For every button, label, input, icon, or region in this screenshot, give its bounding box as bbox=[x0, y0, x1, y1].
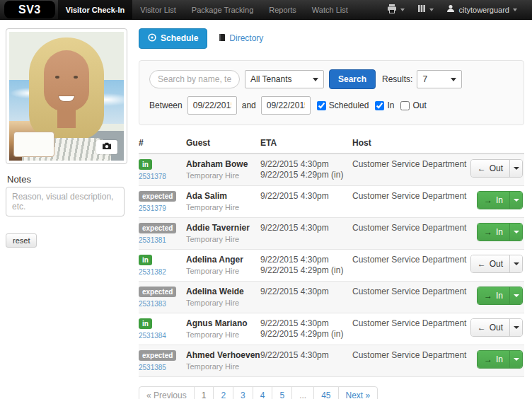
pagination-page-2[interactable]: 2 bbox=[213, 386, 233, 399]
and-label: and bbox=[242, 100, 256, 110]
visitor-id-link[interactable]: 2531384 bbox=[139, 332, 186, 340]
pagination-page-4[interactable]: 4 bbox=[253, 386, 273, 399]
action-dropdown-toggle[interactable] bbox=[509, 255, 522, 272]
left-arrow-icon: ← bbox=[478, 323, 486, 332]
main-content: Schedule Directory All Tenants Search Re… bbox=[139, 28, 524, 399]
nav-visitor-list[interactable]: Visitor List bbox=[132, 0, 184, 19]
photo-person-face bbox=[44, 50, 89, 111]
visitor-id-link[interactable]: 2531383 bbox=[139, 300, 186, 308]
filter-row-search: All Tenants Search Results: 7 bbox=[149, 69, 514, 89]
reset-button[interactable]: reset bbox=[6, 233, 37, 248]
username: citytowerguard bbox=[458, 6, 509, 14]
check-in-button[interactable]: →In bbox=[477, 191, 523, 209]
host-name: Customer Service Department bbox=[352, 191, 469, 201]
pagination-ellipsis: ... bbox=[291, 386, 314, 399]
search-button[interactable]: Search bbox=[329, 69, 376, 89]
out-checkbox[interactable]: Out bbox=[400, 100, 426, 110]
camera-button[interactable] bbox=[96, 140, 117, 154]
results-count-select[interactable]: 7 bbox=[417, 70, 462, 88]
status-badge: in bbox=[139, 318, 152, 329]
action-dropdown-toggle[interactable] bbox=[509, 319, 522, 336]
visitor-id-link[interactable]: 2531378 bbox=[139, 173, 186, 180]
visitor-table: # Guest ETA Host in 2531378 Abraham Bowe… bbox=[139, 135, 524, 377]
check-out-button[interactable]: ←Out bbox=[470, 159, 523, 178]
visitor-photo-card bbox=[6, 28, 127, 164]
guest-type: Temporary Hire bbox=[186, 299, 260, 307]
right-arrow-icon: → bbox=[484, 291, 492, 301]
tenant-select[interactable]: All Tenants bbox=[245, 70, 324, 88]
check-in-button[interactable]: →In bbox=[477, 223, 523, 241]
search-input[interactable] bbox=[149, 70, 240, 88]
columns-icon bbox=[417, 4, 426, 15]
table-header: # Guest ETA Host bbox=[139, 135, 524, 154]
action-dropdown-toggle[interactable] bbox=[509, 224, 522, 241]
table-row: expected 2531383 Adelina Weide Temporary… bbox=[139, 282, 524, 313]
tab-directory[interactable]: Directory bbox=[219, 33, 263, 44]
left-arrow-icon: ← bbox=[478, 259, 486, 269]
guest-name: Addie Tavernier bbox=[186, 223, 260, 233]
caret-down-icon bbox=[514, 231, 519, 233]
host-name: Customer Service Department bbox=[352, 223, 469, 233]
eta-checked-in: 9/22/2015 4:29pm (in) bbox=[260, 265, 352, 276]
status-badge: in bbox=[139, 159, 152, 170]
columns-menu[interactable] bbox=[411, 4, 440, 15]
table-row: expected 2531379 Ada Salim Temporary Hir… bbox=[139, 186, 524, 218]
tab-schedule[interactable]: Schedule bbox=[139, 28, 207, 49]
visitor-id-link[interactable]: 2531381 bbox=[139, 236, 186, 244]
nav-reports[interactable]: Reports bbox=[261, 0, 304, 19]
nav-visitor-check-in[interactable]: Visitor Check-In bbox=[58, 0, 133, 19]
action-dropdown-toggle[interactable] bbox=[509, 287, 522, 304]
app-logo[interactable]: SV3 bbox=[4, 1, 55, 18]
action-dropdown-toggle[interactable] bbox=[509, 160, 522, 177]
right-arrow-icon: → bbox=[484, 354, 492, 364]
nav-watch-list[interactable]: Watch List bbox=[304, 0, 356, 19]
notes-input[interactable] bbox=[6, 187, 125, 216]
check-out-button[interactable]: ←Out bbox=[470, 318, 523, 337]
book-icon bbox=[219, 33, 226, 44]
pagination-page-1[interactable]: 1 bbox=[194, 386, 214, 399]
date-to-input[interactable] bbox=[261, 96, 311, 115]
guest-type: Temporary Hire bbox=[186, 203, 260, 212]
caret-down-icon bbox=[514, 294, 519, 297]
caret-down-icon bbox=[429, 8, 434, 11]
check-out-button[interactable]: ←Out bbox=[470, 255, 523, 273]
caret-down-icon bbox=[514, 199, 519, 202]
guest-type: Temporary Hire bbox=[186, 362, 260, 371]
visitor-id-link[interactable]: 2531382 bbox=[139, 268, 186, 276]
camera-icon bbox=[102, 142, 112, 152]
pagination-page-5[interactable]: 5 bbox=[272, 386, 292, 399]
action-dropdown-toggle[interactable] bbox=[509, 351, 522, 368]
table-row: in 2531384 Agnus Mariano Temporary Hire … bbox=[139, 313, 524, 345]
user-menu[interactable]: citytowerguard bbox=[440, 4, 524, 15]
host-name: Customer Service Department bbox=[352, 318, 469, 328]
nav-package-tracking[interactable]: Package Tracking bbox=[184, 0, 261, 19]
left-arrow-icon: ← bbox=[478, 163, 486, 173]
results-label: Results: bbox=[382, 74, 412, 84]
guest-name: Ahmed Verhoeven bbox=[186, 350, 260, 360]
visitor-id-link[interactable]: 2531379 bbox=[139, 204, 186, 212]
table-row: expected 2531385 Ahmed Verhoeven Tempora… bbox=[139, 345, 524, 377]
main-nav: Visitor Check-In Visitor List Package Tr… bbox=[58, 0, 356, 19]
caret-down-icon bbox=[514, 167, 519, 170]
view-tabs: Schedule Directory bbox=[139, 28, 524, 48]
guest-name: Adelina Anger bbox=[186, 255, 260, 265]
guest-type: Temporary Hire bbox=[186, 330, 260, 339]
right-arrow-icon: → bbox=[484, 227, 492, 237]
scheduled-checkbox[interactable]: Scheduled bbox=[317, 100, 369, 110]
pagination-previous[interactable]: « Previous bbox=[139, 386, 195, 399]
action-dropdown-toggle[interactable] bbox=[509, 192, 522, 209]
host-name: Customer Service Department bbox=[352, 350, 469, 360]
pagination-page-45[interactable]: 45 bbox=[313, 386, 338, 399]
status-badge: expected bbox=[139, 287, 176, 297]
in-checkbox[interactable]: In bbox=[375, 100, 394, 110]
caret-down-icon bbox=[513, 8, 517, 11]
date-from-input[interactable] bbox=[187, 96, 237, 115]
check-in-button[interactable]: →In bbox=[477, 287, 523, 305]
pagination-next[interactable]: Next » bbox=[338, 386, 378, 399]
caret-down-icon bbox=[400, 8, 405, 11]
pagination-page-3[interactable]: 3 bbox=[233, 386, 253, 399]
print-menu[interactable] bbox=[381, 4, 411, 16]
visitor-id-link[interactable]: 2531385 bbox=[139, 364, 186, 371]
check-in-button[interactable]: →In bbox=[477, 350, 523, 369]
pagination: « Previous 1 2 3 4 5 ... 45 Next » bbox=[139, 386, 378, 399]
